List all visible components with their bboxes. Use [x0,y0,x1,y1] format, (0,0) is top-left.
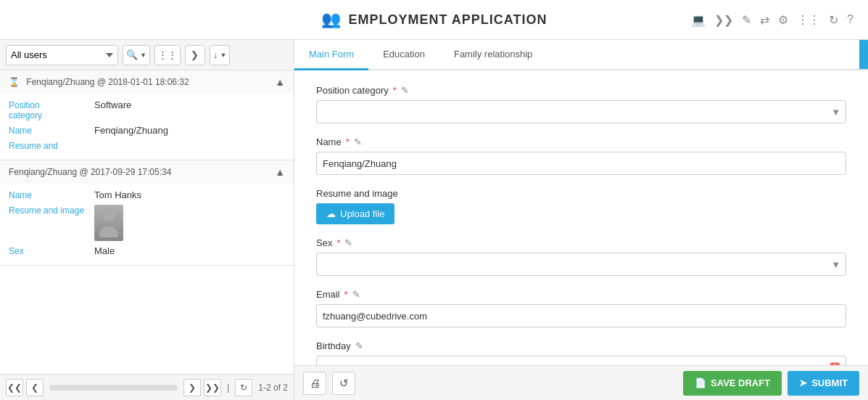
search-dropdown-icon: ▼ [140,52,146,59]
search-button[interactable]: 🔍 ▼ [123,45,150,65]
save-draft-button[interactable]: 📄 SAVE DRAFT [683,371,782,396]
settings-icon[interactable]: ⚙ [778,13,788,27]
calendar-icon[interactable]: 📅 [829,362,840,366]
field-value-position: Software [94,99,131,121]
refresh-list-button[interactable]: ↻ [235,379,252,396]
form-content: Position category * ✎ ▼ Name * ✎ [294,70,868,365]
record-fields-2: Name Tom Hanks Resume and image [0,184,294,265]
record-timestamp-1: Fenqiang/Zhuang @ 2018-01-01 18:06:32 [26,77,189,87]
field-row: Name Fenqiang/Zhuang [9,125,285,136]
page-scrollbar[interactable] [49,385,178,391]
grid-icon: ⋮⋮ [158,49,177,60]
field-label-name2: Name [9,189,88,200]
collapse-button-1[interactable]: ▲ [275,76,285,88]
field-row: Name Tom Hanks [9,189,285,200]
field-label-position: Positioncategory [9,99,88,121]
label-birthday: Birthday ✎ [316,340,846,351]
field-row: Sex Male [9,245,285,256]
field-name: Name * ✎ [316,136,846,175]
next-record-button[interactable]: ❯ [185,45,205,65]
field-resume-image: Resume and image ☁ Upload file [316,188,846,224]
swap-icon[interactable]: ⇄ [760,13,769,27]
field-value-name2: Tom Hanks [94,189,141,200]
user-select[interactable]: All users Active users Inactive users [6,45,118,65]
svg-point-1 [99,226,118,237]
record-block-2: Fenqiang/Zhuang @ 2017-09-29 17:05:34 ▲ … [0,160,294,266]
refresh-icon[interactable]: ↻ [829,13,838,27]
file-icon: 📄 [695,377,706,388]
edit-icon-birthday[interactable]: ✎ [355,340,363,351]
left-content: ⌛ Fenqiang/Zhuang @ 2018-01-01 18:06:32 … [0,70,294,374]
help-icon[interactable]: ? [847,13,853,26]
record-header-2: Fenqiang/Zhuang @ 2017-09-29 17:05:34 ▲ [0,160,294,184]
label-position-category: Position category * ✎ [316,85,846,96]
action-bar: 🖨 ↺ 📄 SAVE DRAFT ➤ SUBMIT [294,365,868,400]
label-name: Name * ✎ [316,136,846,147]
upload-icon: ☁ [326,208,336,219]
record-timestamp-2: Fenqiang/Zhuang @ 2017-09-29 17:05:34 [9,167,171,177]
field-row: Resume and image [9,205,285,241]
app-title: 👥 EMPLOYMENT APPLICATION [321,10,547,29]
download-button[interactable]: ↓ ▼ [210,45,230,65]
label-sex: Sex * ✎ [316,237,846,248]
record-fields-1: Positioncategory Software Name Fenqiang/… [0,94,294,160]
svg-point-0 [103,210,115,221]
required-star: * [393,85,397,96]
right-panel: Main Form Education Family relationship … [294,40,868,400]
edit-icon-sex[interactable]: ✎ [344,237,352,248]
field-email: Email * ✎ [316,289,846,327]
next-page-button[interactable]: ❯ [183,379,201,396]
print-icon: 🖨 [310,377,321,389]
required-star-email: * [344,289,348,300]
top-header: 👥 EMPLOYMENT APPLICATION 💻 ❯❯ ✎ ⇄ ⚙ ⋮⋮ ↻… [0,0,868,40]
app-icon: 👥 [321,10,342,29]
send-icon: ➤ [799,377,807,388]
tab-family-relationship[interactable]: Family relationship [439,40,547,70]
field-label-resume: Resume and [9,140,88,151]
scroll-indicator [859,40,868,69]
submit-button[interactable]: ➤ SUBMIT [788,371,859,396]
field-label-name: Name [9,125,88,136]
last-page-button[interactable]: ❯❯ [204,379,221,396]
search-icon: 🔍 [126,49,138,60]
email-input[interactable] [316,304,846,327]
label-email: Email * ✎ [316,289,846,300]
download-dropdown-icon: ▼ [220,52,226,59]
required-star-name: * [346,136,350,147]
hourglass-icon-1: ⌛ [9,77,20,87]
sex-select[interactable]: Male Female [316,253,846,276]
collapse-button-2[interactable]: ▲ [275,166,285,178]
record-header-1: ⌛ Fenqiang/Zhuang @ 2018-01-01 18:06:32 … [0,70,294,94]
field-label-resume2: Resume and image [9,205,88,241]
edit-icon-email[interactable]: ✎ [352,289,360,300]
required-star-sex: * [336,237,340,248]
prev-page-button[interactable]: ❮ [26,379,44,396]
sex-select-wrapper: Male Female ▼ [316,253,846,276]
birthday-input[interactable] [316,356,846,365]
print-button[interactable]: 🖨 [303,372,326,395]
field-row: Positioncategory Software [9,99,285,121]
field-label-sex: Sex [9,245,88,256]
name-input[interactable] [316,152,846,175]
edit-icon-position[interactable]: ✎ [401,85,409,96]
tabs-bar: Main Form Education Family relationship [294,40,868,70]
header-tools: 💻 ❯❯ ✎ ⇄ ⚙ ⋮⋮ ↻ ? [691,13,853,27]
tab-education[interactable]: Education [368,40,439,70]
share-icon[interactable]: ❯❯ [714,13,733,27]
page-info: 1-2 of 2 [258,383,288,393]
field-value-sex: Male [94,245,115,256]
grid-view-button[interactable]: ⋮⋮ [154,45,181,65]
pencil-icon[interactable]: ✎ [742,13,751,27]
field-sex: Sex * ✎ Male Female ▼ [316,237,846,276]
position-category-select[interactable] [316,100,846,123]
field-birthday: Birthday ✎ 📅 [316,340,846,365]
upload-file-button[interactable]: ☁ Upload file [316,203,394,224]
tab-main-form[interactable]: Main Form [294,40,368,70]
label-resume-image: Resume and image [316,188,846,199]
monitor-icon[interactable]: 💻 [691,13,706,27]
first-page-button[interactable]: ❮❮ [6,379,23,396]
download-icon: ↓ [213,49,218,60]
grid-icon[interactable]: ⋮⋮ [797,13,820,27]
undo-button[interactable]: ↺ [332,372,355,395]
edit-icon-name[interactable]: ✎ [354,136,362,147]
